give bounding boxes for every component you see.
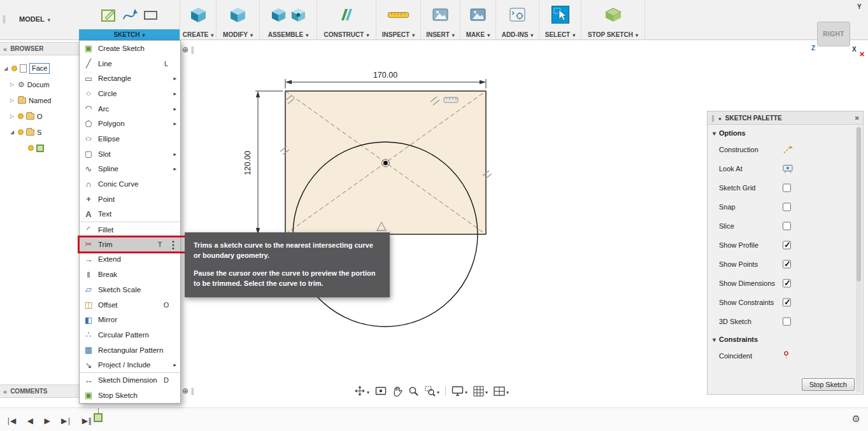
view-cube[interactable]: Y Z X RIGHT (809, 0, 868, 60)
dimension-height[interactable]: 120.00 (243, 91, 283, 234)
expander-icon[interactable] (9, 81, 15, 87)
step-forward-button[interactable] (61, 416, 71, 425)
look-at-tool[interactable] (375, 386, 387, 396)
menu-item-trim[interactable]: Trim T (80, 237, 180, 252)
sketch-palette-header[interactable]: SKETCH PALETTE (708, 111, 863, 125)
display-settings[interactable] (452, 385, 467, 397)
construction-icon[interactable] (783, 145, 793, 155)
menu-item-circular-pattern[interactable]: Circular Pattern (80, 327, 180, 343)
expander-icon[interactable] (3, 66, 9, 71)
tree-item-sketch1[interactable] (0, 140, 80, 156)
create-box-icon[interactable] (190, 6, 207, 24)
show-points-checkbox[interactable] (783, 260, 791, 269)
step-back-button[interactable] (27, 416, 33, 425)
menu-item-line[interactable]: LineL (80, 56, 180, 71)
inspect-ruler-icon[interactable] (387, 6, 410, 23)
menu-item-break[interactable]: Break (80, 267, 180, 282)
add-comment-icon[interactable] (182, 386, 189, 395)
tab-select[interactable]: SELECT (539, 29, 581, 40)
tab-construct[interactable]: CONSTRUCT (317, 29, 376, 40)
show-dimensions-checkbox[interactable] (783, 279, 791, 288)
dimension-height-value[interactable]: 120.00 (243, 151, 252, 175)
browser-panel-grip[interactable] (182, 45, 194, 54)
add-panel-icon[interactable] (182, 45, 189, 54)
menu-item-slot[interactable]: Slot (80, 146, 180, 162)
tree-item-document[interactable]: Face (0, 60, 80, 76)
menu-item-sketch-scale[interactable]: Sketch Scale (80, 282, 180, 297)
zoom-tool[interactable] (408, 386, 419, 397)
pan-orbit-tool[interactable] (354, 385, 369, 397)
expander-icon[interactable] (9, 97, 15, 103)
workspace-selector[interactable]: MODEL (19, 15, 50, 23)
timeline-sketch-marker[interactable] (94, 413, 103, 422)
menu-item-point[interactable]: Point (80, 192, 180, 207)
add-ins-icon[interactable] (509, 6, 526, 24)
menu-item-conic-curve[interactable]: Conic Curve (80, 176, 180, 192)
menu-item-circle[interactable]: Circle (80, 86, 180, 101)
tab-addins[interactable]: ADD-INS (496, 29, 539, 40)
menu-item-ellipse[interactable]: Ellipse (80, 131, 180, 146)
visibility-bulb-icon[interactable] (28, 145, 34, 151)
create-sketch-icon[interactable] (100, 6, 117, 24)
palette-section-constraints[interactable]: Constraints (708, 331, 863, 346)
tab-inspect[interactable]: INSPECT (376, 29, 420, 40)
scrollbar-thumb[interactable] (857, 127, 861, 281)
dimension-width[interactable]: 170.00 (285, 71, 486, 88)
expand-palette-icon[interactable] (855, 113, 859, 122)
make-icon[interactable] (469, 6, 487, 24)
construct-plane-icon[interactable] (338, 6, 355, 24)
toolbar-grip[interactable]: ∥ (2, 14, 6, 24)
comments-panel-grip[interactable] (182, 386, 194, 395)
visibility-bulb-icon[interactable] (11, 66, 17, 71)
tab-create[interactable]: CREATE (180, 29, 216, 40)
center-point[interactable] (383, 161, 388, 166)
tree-item-origin[interactable]: O (0, 108, 80, 124)
menu-item-rectangle[interactable]: Rectangle (80, 71, 180, 86)
pan-hand-tool[interactable] (392, 386, 402, 397)
menu-item-text[interactable]: Text (80, 207, 180, 222)
snap-checkbox[interactable] (783, 203, 791, 211)
go-to-end-button[interactable] (82, 416, 92, 425)
coincident-icon[interactable] (783, 351, 790, 362)
modify-box-icon[interactable] (229, 6, 246, 24)
menu-item-offset[interactable]: OffsetO (80, 297, 180, 313)
tab-insert[interactable]: INSERT (421, 29, 460, 40)
grid-snap-settings[interactable] (473, 385, 488, 397)
menu-item-spline[interactable]: Spline (80, 162, 180, 177)
slice-checkbox[interactable] (783, 222, 791, 230)
timeline-settings-gear-icon[interactable] (852, 413, 860, 425)
menu-item-stop-sketch[interactable]: Stop Sketch (80, 388, 180, 403)
show-profile-checkbox[interactable] (783, 241, 791, 250)
select-cursor-icon[interactable] (551, 6, 569, 24)
menu-item-project-include[interactable]: Project / Include (80, 357, 180, 372)
menu-item-fillet[interactable]: Fillet (80, 222, 180, 237)
tab-make[interactable]: MAKE (460, 29, 495, 40)
browser-header[interactable]: BROWSER (0, 42, 80, 55)
visibility-bulb-icon[interactable] (18, 129, 24, 135)
palette-section-options[interactable]: Options (708, 125, 863, 140)
document-name-field[interactable]: Face (29, 63, 50, 74)
menu-item-rectangular-pattern[interactable]: Rectangular Pattern (80, 343, 180, 358)
visibility-bulb-icon[interactable] (18, 113, 24, 119)
menu-item-polygon[interactable]: Polygon (80, 116, 180, 131)
joint-icon[interactable] (290, 7, 306, 23)
expander-icon[interactable] (9, 129, 15, 135)
view-cube-face[interactable]: RIGHT (817, 22, 850, 46)
tab-assemble[interactable]: ASSEMBLE (260, 29, 317, 40)
menu-item-arc[interactable]: Arc (80, 101, 180, 117)
insert-image-icon[interactable] (432, 6, 449, 24)
go-to-start-button[interactable] (6, 416, 16, 425)
look-at-icon[interactable] (783, 164, 793, 174)
collapse-panel-icon[interactable] (3, 388, 7, 395)
menu-item-extend[interactable]: Extend (80, 252, 180, 267)
sketch-grid-checkbox[interactable] (783, 184, 791, 192)
rectangle-tool-icon[interactable] (142, 6, 159, 24)
viewports-settings[interactable] (494, 385, 509, 397)
tab-modify[interactable]: MODIFY (217, 29, 259, 40)
dimension-width-value[interactable]: 170.00 (373, 71, 397, 80)
tree-item-document-settings[interactable]: Docum (0, 76, 80, 92)
show-constraints-checkbox[interactable] (783, 299, 791, 307)
expander-icon[interactable] (9, 113, 15, 119)
tab-sketch[interactable]: SKETCH (79, 29, 180, 40)
collapse-panel-icon[interactable] (3, 45, 7, 53)
